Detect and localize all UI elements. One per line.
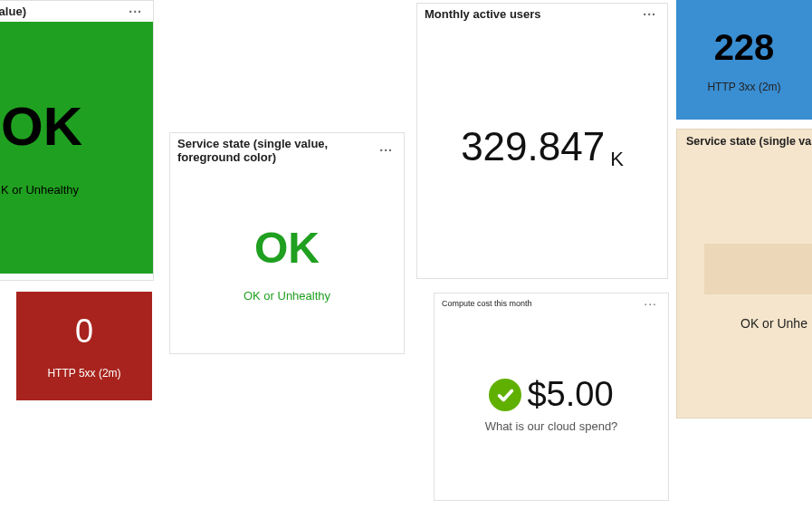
metric-value: 0 xyxy=(75,313,93,351)
more-icon[interactable]: ··· xyxy=(639,8,660,21)
metric-value: $5.00 xyxy=(527,375,613,414)
metric-value: 228 xyxy=(714,27,775,68)
more-icon[interactable]: ··· xyxy=(376,144,396,157)
card-header: Compute cost this month ··· xyxy=(435,293,668,313)
card-title: Service state (single value, foreground … xyxy=(177,137,376,164)
card-header: gle value) ··· xyxy=(0,1,153,22)
card-http-3xx[interactable]: 228 HTTP 3xx (2m) xyxy=(676,0,812,120)
card-header: Service state (single value, foreground … xyxy=(170,133,404,168)
card-service-state-green: gle value) ··· OK K or Unhealthy xyxy=(0,0,154,281)
metric-value: OK xyxy=(254,223,320,273)
metric-value: OK xyxy=(1,100,153,154)
card-title: Monthly active users xyxy=(425,7,541,21)
metric-subtitle: HTTP 3xx (2m) xyxy=(707,81,780,93)
card-compute-cost: Compute cost this month ··· $5.00 What i… xyxy=(434,293,669,501)
card-service-state-beige: Service state (single value) OK or Unhe xyxy=(676,129,812,418)
card-title: Compute cost this month xyxy=(442,299,532,308)
metric-unit: K xyxy=(610,148,624,170)
card-service-state-fg: Service state (single value, foreground … xyxy=(169,132,405,354)
metric-subtitle: OK or Unhealthy xyxy=(244,289,330,303)
card-header: Monthly active users ··· xyxy=(417,4,667,24)
card-body: OK K or Unhealthy xyxy=(0,22,153,274)
card-body: 329.847K xyxy=(417,24,667,269)
more-icon[interactable]: ··· xyxy=(640,297,661,310)
card-http-5xx[interactable]: 0 HTTP 5xx (2m) xyxy=(16,292,152,400)
metric-subtitle: K or Unhealthy xyxy=(1,183,153,197)
card-body: $5.00 What is our cloud spend? xyxy=(435,313,668,495)
check-circle-icon xyxy=(489,379,521,411)
card-body: OK or Unhe xyxy=(677,153,812,331)
card-title: gle value) xyxy=(0,5,26,18)
placeholder-bar xyxy=(704,244,812,294)
card-title: Service state (single value) xyxy=(686,135,812,148)
metric-subtitle: HTTP 5xx (2m) xyxy=(47,367,120,380)
card-monthly-active-users: Monthly active users ··· 329.847K xyxy=(416,3,668,279)
metric-value: 329.847 xyxy=(461,124,605,168)
card-body: OK OK or Unhealthy xyxy=(170,168,404,358)
card-header: Service state (single value) xyxy=(677,130,812,153)
metric-subtitle: OK or Unhe xyxy=(677,316,812,331)
metric-subtitle: What is our cloud spend? xyxy=(485,419,618,433)
more-icon[interactable]: ··· xyxy=(125,5,146,18)
